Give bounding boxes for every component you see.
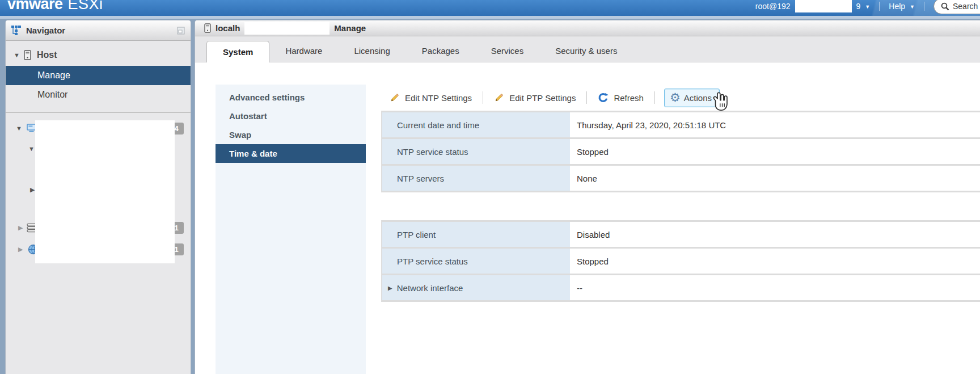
tab-packages[interactable]: Packages	[406, 40, 475, 62]
vm-expand-caret-icon[interactable]: ▼	[16, 125, 22, 132]
subnav-swap[interactable]: Swap	[216, 125, 366, 144]
top-bar: vmwareESXi root@192 9 ▼ Help ▼ Search	[0, 0, 980, 16]
logo-vmware-text: vmware	[7, 0, 63, 12]
row-label-expandable[interactable]: ▶ Network interface	[382, 275, 570, 300]
table-row: PTP client Disabled	[382, 220, 980, 247]
toolbar: Edit NTP Settings Edit PTP Settings Refr…	[381, 86, 980, 109]
row-label: PTP client	[382, 222, 570, 247]
subnav-autostart[interactable]: Autostart	[216, 107, 366, 125]
topbar-separator	[879, 2, 880, 11]
search-box[interactable]: Search	[933, 0, 980, 14]
row-value: --	[570, 275, 980, 300]
pencil-icon	[390, 93, 400, 103]
toolbar-separator	[586, 91, 587, 104]
tab-bar: System Hardware Licensing Packages Servi…	[195, 36, 980, 62]
edit-ptp-label: Edit PTP Settings	[509, 93, 576, 103]
sidebar-item-manage[interactable]: Manage	[6, 66, 191, 85]
actions-label: Actions	[684, 93, 712, 103]
main-panel: localh Manage System Hardware Licensing …	[195, 20, 980, 374]
table-row: Current date and time Thursday, April 23…	[382, 111, 980, 137]
sidebar-item-host[interactable]: ▼ Host	[6, 44, 191, 66]
row-label: Current date and time	[382, 112, 570, 137]
row-label: PTP service status	[382, 249, 570, 274]
row-value: Stopped	[570, 139, 980, 164]
tab-hardware[interactable]: Hardware	[269, 40, 338, 62]
page-title: Manage	[334, 23, 366, 33]
navigator-panel: Navigator ▼ Host Manage Monitor ▼ 4 ▼ ▶ …	[6, 20, 191, 374]
sidebar-item-monitor[interactable]: Monitor	[6, 85, 191, 104]
refresh-button[interactable]: Refresh	[590, 93, 651, 103]
gear-icon: ⚙	[670, 92, 681, 104]
ptp-settings-table: PTP client Disabled PTP service status S…	[381, 220, 980, 302]
hostname-redaction-box	[244, 22, 330, 35]
edit-ntp-label: Edit NTP Settings	[405, 93, 472, 103]
search-input[interactable]: Search	[953, 2, 978, 11]
ntp-settings-table: Current date and time Thursday, April 23…	[381, 111, 980, 192]
sidebar-divider	[6, 112, 191, 113]
tab-licensing[interactable]: Licensing	[338, 40, 405, 62]
toolbar-separator	[483, 91, 483, 104]
storage-expand-caret-icon[interactable]: ▶	[18, 224, 23, 232]
pencil-icon	[494, 93, 504, 103]
help-menu[interactable]: Help	[889, 2, 905, 11]
search-icon	[941, 2, 949, 11]
main-header: localh Manage	[195, 20, 980, 36]
vmware-esxi-logo: vmwareESXi	[7, 0, 103, 13]
navigator-title: Navigator	[26, 26, 65, 35]
toolbar-separator	[654, 91, 655, 104]
host-icon	[24, 50, 31, 60]
user-redaction-box	[795, 0, 852, 12]
table-row: NTP service status Stopped	[382, 137, 980, 164]
networking-expand-caret-icon[interactable]: ▶	[18, 246, 23, 253]
subnav-time-date[interactable]: Time & date	[216, 144, 366, 163]
host-label: Host	[37, 50, 57, 60]
navigator-collapse-icon[interactable]	[177, 27, 185, 35]
row-value: Stopped	[570, 249, 980, 274]
mouse-cursor-hand	[711, 91, 731, 114]
subitem-collapsed-caret-icon[interactable]: ▶	[30, 186, 35, 194]
system-tab-content: Advanced settings Autostart Swap Time & …	[195, 63, 980, 374]
table-row: ▶ Network interface --	[382, 274, 980, 300]
edit-ntp-settings-button[interactable]: Edit NTP Settings	[382, 93, 479, 103]
subitem-expand-caret-icon[interactable]: ▼	[28, 145, 35, 152]
expand-caret-icon[interactable]: ▶	[388, 285, 392, 291]
refresh-label: Refresh	[614, 93, 644, 103]
row-value: Disabled	[570, 222, 980, 247]
user-dropdown-caret-icon[interactable]: ▼	[865, 4, 870, 10]
system-subnav: Advanced settings Autostart Swap Time & …	[216, 85, 366, 374]
hostname-text: localh	[216, 23, 240, 33]
topbar-user-area: root@192 9 ▼ Help ▼ Search	[755, 0, 980, 16]
topbar-separator	[924, 2, 924, 11]
navigator-tree-icon	[11, 25, 22, 36]
esxi-app: { "topbar": { "logo_vmware": "vmware", "…	[0, 0, 980, 374]
row-value: None	[570, 166, 980, 191]
table-row: PTP service status Stopped	[382, 247, 980, 274]
tab-system[interactable]: System	[206, 41, 269, 62]
edit-ptp-settings-button[interactable]: Edit PTP Settings	[487, 93, 583, 103]
refresh-icon	[598, 93, 609, 103]
logo-esxi-text: ESXi	[68, 0, 103, 12]
row-label: NTP service status	[382, 139, 570, 164]
subnav-advanced-settings[interactable]: Advanced settings	[216, 88, 366, 107]
help-dropdown-caret-icon[interactable]: ▼	[910, 4, 915, 10]
table-row: NTP servers None	[382, 164, 980, 191]
tab-services[interactable]: Services	[475, 40, 540, 62]
row-label: Network interface	[397, 283, 463, 293]
navigator-header: Navigator	[6, 20, 191, 41]
host-icon	[204, 23, 211, 33]
tab-security-users[interactable]: Security & users	[539, 40, 633, 62]
user-menu-prefix[interactable]: root@192	[755, 2, 791, 11]
user-menu-suffix[interactable]: 9	[856, 2, 861, 11]
time-date-pane: Edit NTP Settings Edit PTP Settings Refr…	[381, 63, 980, 302]
topbar-lower-strip	[0, 16, 980, 19]
row-label: NTP servers	[382, 166, 570, 191]
row-value: Thursday, April 23, 2020, 20:51:18 UTC	[570, 112, 980, 137]
sidebar-redaction-box	[35, 120, 175, 263]
host-expand-caret-icon[interactable]: ▼	[14, 52, 24, 58]
